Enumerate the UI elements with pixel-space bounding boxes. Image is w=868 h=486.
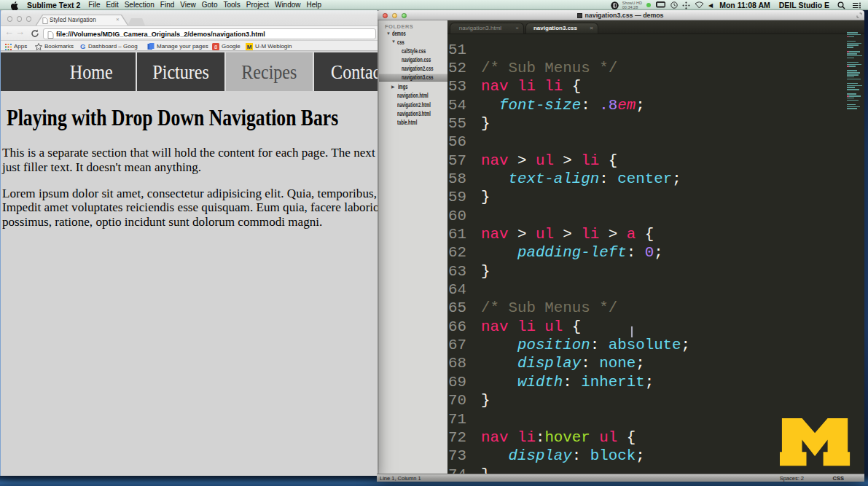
svg-text:M: M (247, 44, 252, 50)
svg-text:8: 8 (214, 44, 217, 50)
